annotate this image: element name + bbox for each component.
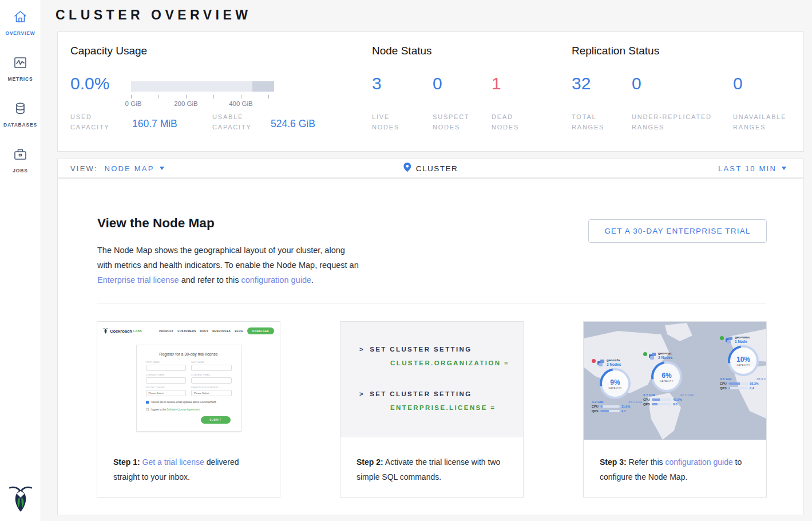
gauge-tick-label: 0 GiB [125,100,142,107]
suspect-nodes-value: 0 [433,74,442,93]
unavailable-ranges-value: 0 [733,74,743,93]
get-trial-license-link[interactable]: Get a trial license [142,457,204,467]
sql-commands-thumbnail: >SET CLUSTER SETTING CLUSTER.ORGANIZATIO… [340,322,523,437]
briefcase-icon [13,147,28,164]
site-brand: Cockroach [110,329,132,334]
configuration-guide-link-step3[interactable]: configuration guide [665,457,732,467]
cluster-label: CLUSTER [416,164,458,173]
locality-badge-ams: geo=ams 1 Node 10% CAPACITY 3.6 GiB 36.6… [720,336,767,390]
node-cubes-icon [597,358,605,366]
under-replicated-ranges-value: 0 [632,74,641,93]
step-3-caption: Step 3: Refer this configuration guide t… [600,455,754,484]
sidebar-item-label: METRICS [8,76,33,82]
chevron-down-icon [782,167,786,170]
gauge-tick-label: 200 GiB [174,100,198,107]
gauge-tick [241,95,241,98]
metrics-icon [13,55,28,73]
view-label: VIEW: [70,164,98,173]
cluster-summary-panel: Capacity Usage 0.0% 0 GiB 200 GiB 400 Gi… [57,31,804,152]
configuration-guide-link[interactable]: configuration guide [241,275,311,285]
locality-badge-sfo: geo=sfo 2 Nodes 9% CAPACITY 3.2 GiB 35.1… [592,358,647,413]
site-header: Cockroach LABS PRODUCT CUSTOMERS DOCS RE… [97,322,280,338]
gauge-tick-label: 400 GiB [229,100,253,107]
step-2-card: >SET CLUSTER SETTING CLUSTER.ORGANIZATIO… [340,321,524,498]
site-download-button: DOWNLOAD [247,327,274,334]
usable-capacity-value: 524.6 GiB [271,118,315,130]
trial-register-form: Register for a 30-day trial license FIRS… [136,345,241,432]
node-map-panel: View the Node Map The Node Map shows the… [57,178,804,515]
capacity-gauge [131,81,274,92]
dead-nodes-value: 1 [492,74,501,93]
used-capacity-value: 160.7 MiB [132,118,177,130]
capacity-used-percent: 0.0% [70,74,109,93]
node-cubes-icon [726,336,733,343]
checkbox-icon [146,408,149,411]
total-ranges-value: 32 [572,74,591,93]
gauge-tick [213,95,214,98]
capacity-ring: 6% CAPACITY [651,361,682,392]
view-selector-group: VIEW: NODE MAP [70,164,164,173]
gauge-tick [131,95,132,98]
gauge-tick [186,95,187,98]
form-title: Register for a 30-day trial license [146,352,232,356]
database-icon [13,101,28,119]
total-ranges-label: TOTALRANGES [572,112,604,132]
sidebar-item-label: OVERVIEW [5,30,35,36]
time-range-dropdown[interactable]: LAST 10 MIN [718,164,786,173]
sidebar-item-databases[interactable]: DATABASES [0,101,41,128]
locality-badge-nyc: geo=nyc 2 Nodes 6% CAPACITY 3.7 GiB 43.7… [643,352,698,406]
cluster-overview-page: OVERVIEW METRICS DATABASES JOBS [0,0,812,521]
replication-status-title: Replication Status [572,45,659,57]
sidebar-item-label: JOBS [13,168,27,173]
cluster-breadcrumb: CLUSTER [403,163,458,174]
gauge-tick [268,95,269,98]
capacity-ring: 9% CAPACITY [600,368,631,399]
node-cubes-icon [649,352,656,359]
gauge-tick [159,95,159,98]
step-3-card: geo=sfo 2 Nodes 9% CAPACITY 3.2 GiB 35.1… [583,321,767,498]
site-nav: PRODUCT CUSTOMERS DOCS RESOURCES BLOG [159,330,243,333]
sidebar-item-overview[interactable]: OVERVIEW [0,9,41,36]
cockroach-logo-small [103,326,108,336]
usable-capacity-label: USABLECAPACITY [212,112,252,132]
form-submit-button: SUBMIT [201,416,231,424]
sidebar: OVERVIEW METRICS DATABASES JOBS [0,0,41,521]
sidebar-item-label: DATABASES [3,122,37,128]
node-map-thumbnail: geo=sfo 2 Nodes 9% CAPACITY 3.2 GiB 35.1… [584,322,766,440]
home-icon [13,9,28,27]
view-toolbar: VIEW: NODE MAP CLUSTER LAST 10 MIN [57,159,804,178]
dead-nodes-label: DEADNODES [492,112,519,132]
enterprise-trial-license-link[interactable]: Enterprise trial license [97,275,179,285]
live-nodes-label: LIVENODES [372,112,399,132]
page-title: CLUSTER OVERVIEW [56,7,252,23]
trial-license-site-thumbnail: Cockroach LABS PRODUCT CUSTOMERS DOCS RE… [97,322,280,440]
suspect-nodes-label: SUSPECTNODES [433,112,470,132]
sidebar-item-metrics[interactable]: METRICS [0,55,41,82]
used-capacity-label: USEDCAPACITY [70,112,110,132]
view-dropdown[interactable]: NODE MAP [105,164,164,173]
step-2-caption: Step 2: Activate the trial license with … [357,455,510,484]
sidebar-item-jobs[interactable]: JOBS [0,147,41,173]
node-ok-status-icon [720,336,724,340]
live-nodes-value: 3 [372,74,382,93]
map-pin-icon [403,163,411,174]
section-divider [97,303,766,303]
chevron-down-icon [160,167,164,170]
step-1-card: Cockroach LABS PRODUCT CUSTOMERS DOCS RE… [97,321,280,498]
node-dead-status-icon [592,359,596,363]
capacity-ring: 10% CAPACITY [728,345,759,376]
node-status-title: Node Status [372,45,432,57]
checkbox-checked-icon [146,401,149,404]
capacity-usage-title: Capacity Usage [70,45,147,57]
node-ok-status-icon [643,352,647,356]
cockroach-logo [9,483,33,512]
node-map-description: The Node Map shows the geographical layo… [97,243,362,287]
unavailable-ranges-label: UNAVAILABLERANGES [733,112,786,132]
step-1-caption: Step 1: Get a trial license delivered st… [113,455,267,484]
enterprise-trial-button[interactable]: GET A 30-DAY ENTERPRISE TRIAL [588,219,767,243]
node-map-heading: View the Node Map [97,216,215,231]
under-replicated-ranges-label: UNDER-REPLICATEDRANGES [632,112,712,132]
